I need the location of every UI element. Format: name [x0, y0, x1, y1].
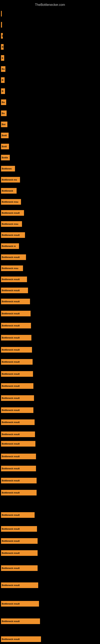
bar-row: Bottleneck result — [0, 392, 100, 404]
bar-label: Bottleneck result — [2, 385, 20, 387]
bar-row: Bottleneck result — [0, 487, 100, 498]
bar-label: Bottleneck result — [2, 289, 20, 292]
bar-item: E — [1, 33, 3, 39]
bar-label: Bottl — [2, 145, 7, 148]
bar-item: B — [1, 88, 5, 94]
bar-row: Bottleneck — [0, 185, 100, 196]
bar-row: Bottleneck result — [0, 368, 100, 379]
bar-label: Bottleneck resu — [2, 223, 18, 225]
bar-item: Bottleneck result — [1, 420, 35, 425]
bar-item: Bottleneck result — [1, 512, 35, 518]
bar-row: Bottleneck result — [0, 416, 100, 428]
bar-row: Bottleneck result — [0, 285, 100, 296]
bar-item: Bottleneck result — [1, 359, 33, 365]
bar-row: Bottleneck result — [0, 509, 100, 520]
bar-label: Bot — [2, 123, 5, 126]
bar-item: Bottleneck result — [1, 636, 41, 642]
bar-row: Bottleneck result — [0, 296, 100, 307]
bar-item: Bottleneck result — [1, 582, 38, 588]
bar-label: Bottleneck result — [2, 433, 20, 436]
bar-item: Bottleneck result — [1, 288, 28, 293]
bar-label: E — [2, 57, 3, 59]
bar-row: Bottleneck result — [0, 634, 100, 644]
bar-row: B — [0, 41, 100, 52]
bar-row: Bottleneck result — [0, 380, 100, 392]
bar-row: Bottleneck result — [0, 438, 100, 449]
bar-row: Bottlenec — [0, 163, 100, 174]
bar-item: | — [1, 22, 2, 28]
bar-label: Bottleneck result — [2, 324, 20, 327]
bar-item: B — [1, 77, 4, 83]
bar-item: B — [1, 44, 3, 50]
bar-item: Bo — [1, 66, 5, 72]
bar-label: Bottlenec — [2, 168, 12, 170]
bar-row: Bottleneck result — [0, 562, 100, 574]
bar-row: Bottl — [0, 130, 100, 141]
bar-item: Bot — [1, 122, 7, 127]
bar-row: Bottleneck result — [0, 344, 100, 355]
bar-label: Bottleneck result — [2, 397, 20, 399]
bar-item: Bottleneck result — [1, 335, 31, 340]
bar-label: Bottleneck result — [2, 567, 20, 569]
bar-label: Bottleneck result — [2, 212, 20, 214]
bar-item: Bottleneck result — [1, 466, 36, 471]
bar-row: Bo — [0, 108, 100, 119]
bar-row: Bottleneck result — [0, 598, 100, 609]
bar-row: Bottleneck result — [0, 535, 100, 546]
bar-item: Bottleneck result — [1, 299, 30, 304]
bar-label: Bottleneck result — [2, 455, 20, 458]
bar-item: Bottleneck resu — [1, 221, 22, 227]
bar-item: Bottleneck result — [1, 407, 33, 413]
bar-item: Bottleneck result — [1, 565, 38, 571]
bar-item: Bottleneck result — [1, 347, 32, 352]
bar-row: Bottleneck result — [0, 548, 100, 558]
bar-item: Bottle — [1, 155, 10, 160]
bar-item: Bottleneck result — [1, 383, 33, 389]
bar-label: Bottleneck result — [2, 373, 20, 375]
bar-label: Bottleneck result — [2, 312, 20, 315]
bar-label: Bottleneck result — [2, 409, 20, 411]
bar-item: Bottleneck resu — [1, 199, 21, 205]
bar-item: Bottleneck result — [1, 550, 38, 556]
bar-label: Bottleneck resu — [2, 201, 18, 203]
bar-item: Bottleneck result — [1, 490, 37, 496]
bar-label: B — [2, 46, 3, 48]
bar-item: Bottleneck result — [1, 371, 33, 377]
bar-label: Bottleneck result — [2, 300, 20, 303]
bar-row: Bottleneck resu — [0, 263, 100, 274]
bar-row: Bo — [0, 96, 100, 108]
bar-label: Bottleneck result — [2, 540, 20, 542]
bar-row: Bottleneck res — [0, 174, 100, 185]
bar-row: Bo — [0, 64, 100, 74]
bar-row: Bottleneck result — [0, 308, 100, 319]
bar-item: Bottleneck result — [1, 395, 34, 401]
bar-item: Bottleneck resu — [1, 266, 23, 271]
bar-item: Bo — [1, 100, 6, 105]
bar-item: Bottleneck result — [1, 454, 36, 459]
bar-label: Bottleneck result — [2, 514, 20, 516]
bar-row: Bottleneck result — [0, 404, 100, 416]
bar-item: Bo — [1, 110, 7, 116]
bar-label: Bottleneck result — [2, 492, 20, 494]
bar-row: B — [0, 74, 100, 86]
bar-label: Bottleneck result — [2, 348, 20, 351]
bar-item: Bottleneck result — [1, 618, 40, 624]
bar-item: Bottleneck result — [1, 441, 35, 446]
bar-label: Bottleneck result — [2, 528, 20, 530]
bar-row: Bottleneck result — [0, 616, 100, 627]
bar-label: B — [2, 90, 3, 92]
bar-row: Bottleneck result — [0, 451, 100, 462]
bar-label: Bottleneck result — [2, 336, 20, 339]
bar-row: Bottleneck result — [0, 207, 100, 218]
bar-label: Bottleneck result — [2, 256, 20, 258]
bar-row: Bottleneck resu — [0, 218, 100, 230]
bar-row: Bot — [0, 119, 100, 130]
bar-row: Bottleneck result — [0, 475, 100, 486]
bar-item: Bottleneck res — [1, 177, 20, 182]
bar-row: Bottleneck result — [0, 320, 100, 331]
bar-row: Bottle — [0, 152, 100, 163]
bar-row: Bottleneck result — [0, 463, 100, 474]
bar-row: Bottleneck result — [0, 252, 100, 263]
bar-item: Bottl — [1, 144, 9, 149]
bar-label: Bottleneck result — [2, 234, 20, 236]
